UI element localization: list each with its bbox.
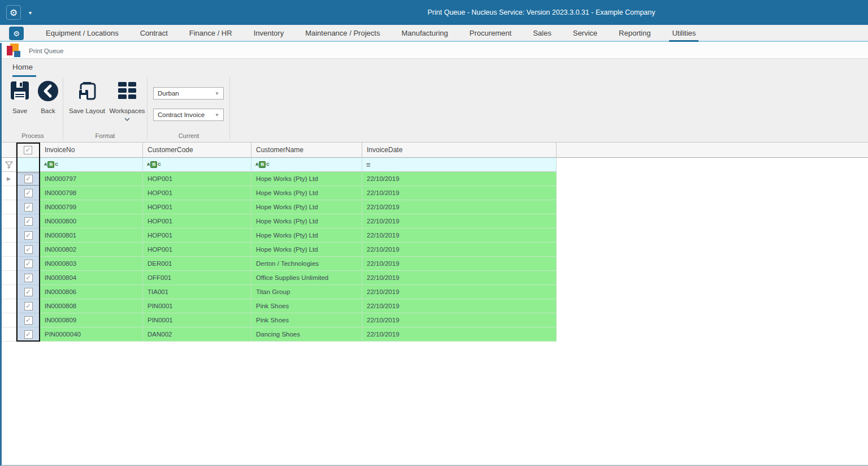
filter-customername[interactable]: ABC [251,158,362,172]
cell-customer-code[interactable]: HOP001 [143,214,251,228]
cell-customer-code[interactable]: HOP001 [143,200,251,214]
cell-invoice-no[interactable]: PIN0000040 [40,327,143,342]
settings-gear-icon[interactable]: ⚙ [6,5,21,20]
cell-customer-name[interactable]: Dancing Shoes [251,327,362,342]
cell-invoice-no[interactable]: IN0000808 [40,299,143,313]
row-checkbox[interactable]: ✓ [24,260,33,268]
row-checkbox-cell[interactable]: ✓ [16,299,40,313]
cell-invoice-no[interactable]: IN0000809 [40,313,143,327]
cell-invoice-date[interactable]: 22/10/2019 [362,186,557,200]
save-layout-button[interactable]: Save Layout [68,80,106,114]
menu-tab-equipment-locations[interactable]: Equipment / Locations [35,25,129,41]
cell-invoice-no[interactable]: IN0000803 [40,257,143,271]
app-gear-icon[interactable]: ⚙ [9,27,24,40]
cell-invoice-no[interactable]: IN0000806 [40,285,143,299]
cell-customer-code[interactable]: PIN0001 [143,299,251,313]
row-checkbox[interactable]: ✓ [24,175,33,183]
menu-tab-sales[interactable]: Sales [522,25,562,41]
cell-invoice-date[interactable]: 22/10/2019 [362,299,557,313]
row-checkbox[interactable]: ✓ [24,245,33,254]
row-checkbox-cell[interactable]: ✓ [16,200,40,214]
column-header-invoicedate[interactable]: InvoiceDate [362,143,557,158]
select-all-checkbox[interactable]: ✓ [24,146,32,154]
cell-customer-name[interactable]: Hope Works (Pty) Ltd [251,200,362,214]
cell-customer-code[interactable]: DAN002 [143,327,251,342]
cell-invoice-no[interactable]: IN0000800 [40,214,143,228]
cell-invoice-no[interactable]: IN0000799 [40,200,143,214]
menu-tab-procurement[interactable]: Procurement [459,25,522,41]
cell-customer-name[interactable]: Hope Works (Pty) Ltd [251,228,362,243]
cell-invoice-date[interactable]: 22/10/2019 [362,200,557,214]
row-checkbox-cell[interactable]: ✓ [16,214,40,228]
row-checkbox-cell[interactable]: ✓ [16,271,40,285]
branch-dropdown[interactable]: Durban ▼ [153,87,224,100]
row-checkbox-cell[interactable]: ✓ [16,243,40,257]
cell-invoice-date[interactable]: 22/10/2019 [362,172,557,186]
cell-invoice-no[interactable]: IN0000801 [40,228,143,243]
menu-tab-maintenance-projects[interactable]: Maintenance / Projects [294,25,390,41]
cell-invoice-date[interactable]: 22/10/2019 [362,228,557,243]
menu-tab-inventory[interactable]: Inventory [243,25,294,41]
cell-customer-code[interactable]: HOP001 [143,172,251,186]
cell-invoice-date[interactable]: 22/10/2019 [362,271,557,285]
row-checkbox[interactable]: ✓ [24,217,33,226]
back-button[interactable]: Back [34,80,62,114]
tab-home[interactable]: Home [12,63,33,71]
select-all-checkbox-cell[interactable]: ✓ [16,143,40,158]
cell-customer-name[interactable]: Hope Works (Pty) Ltd [251,243,362,257]
cell-customer-name[interactable]: Hope Works (Pty) Ltd [251,172,362,186]
row-checkbox-cell[interactable]: ✓ [16,327,40,342]
cell-invoice-no[interactable]: IN0000797 [40,172,143,186]
column-header-customername[interactable]: CustomerName [251,143,362,158]
cell-customer-name[interactable]: Hope Works (Pty) Ltd [251,214,362,228]
menu-tab-reporting[interactable]: Reporting [608,25,661,41]
row-checkbox-cell[interactable]: ✓ [16,285,40,299]
cell-invoice-date[interactable]: 22/10/2019 [362,214,557,228]
cell-invoice-date[interactable]: 22/10/2019 [362,257,557,271]
row-checkbox-cell[interactable]: ✓ [16,257,40,271]
cell-customer-name[interactable]: Titan Group [251,285,362,299]
row-checkbox-cell[interactable]: ✓ [16,228,40,243]
cell-invoice-date[interactable]: 22/10/2019 [362,243,557,257]
cell-customer-name[interactable]: Office Supplies Unlimited [251,271,362,285]
cell-customer-code[interactable]: HOP001 [143,228,251,243]
cell-invoice-no[interactable]: IN0000798 [40,186,143,200]
cell-customer-code[interactable]: OFF001 [143,271,251,285]
save-button[interactable]: Save [6,80,33,114]
cell-customer-name[interactable]: Pink Shoes [251,299,362,313]
column-header-invoiceno[interactable]: InvoiceNo [40,143,143,158]
workspaces-button[interactable]: Workspaces [108,80,146,122]
row-checkbox-cell[interactable]: ✓ [16,313,40,327]
cell-customer-name[interactable]: Derton / Technologies [251,257,362,271]
filter-invoiceno[interactable]: ABC [40,158,143,172]
document-dropdown[interactable]: Contract Invoice ▼ [153,109,224,121]
row-checkbox[interactable]: ✓ [24,203,33,212]
chevron-down-icon[interactable]: ▾ [29,10,32,16]
cell-customer-code[interactable]: HOP001 [143,186,251,200]
menu-tab-service[interactable]: Service [562,25,608,41]
cell-invoice-date[interactable]: 22/10/2019 [362,285,557,299]
row-checkbox-cell[interactable]: ✓ [16,172,40,186]
row-checkbox[interactable]: ✓ [24,330,33,339]
cell-invoice-date[interactable]: 22/10/2019 [362,327,557,342]
row-checkbox[interactable]: ✓ [24,288,33,296]
row-checkbox[interactable]: ✓ [24,274,33,282]
column-header-customercode[interactable]: CustomerCode [143,143,251,158]
row-checkbox-cell[interactable]: ✓ [16,186,40,200]
cell-customer-name[interactable]: Pink Shoes [251,313,362,327]
filter-customercode[interactable]: ABC [143,158,251,172]
row-checkbox[interactable]: ✓ [24,302,33,310]
row-checkbox[interactable]: ✓ [24,316,33,325]
menu-tab-manufacturing[interactable]: Manufacturing [390,25,458,41]
cell-customer-code[interactable]: PIN0001 [143,313,251,327]
cell-invoice-no[interactable]: IN0000804 [40,271,143,285]
menu-tab-finance-hr[interactable]: Finance / HR [179,25,243,41]
cell-customer-code[interactable]: TIA001 [143,285,251,299]
row-checkbox[interactable]: ✓ [24,231,33,240]
menu-tab-utilities[interactable]: Utilities [661,25,706,41]
cell-invoice-date[interactable]: 22/10/2019 [362,313,557,327]
menu-tab-contract[interactable]: Contract [129,25,179,41]
cell-customer-name[interactable]: Hope Works (Pty) Ltd [251,186,362,200]
cell-customer-code[interactable]: HOP001 [143,243,251,257]
filter-invoicedate[interactable]: = [362,158,557,172]
